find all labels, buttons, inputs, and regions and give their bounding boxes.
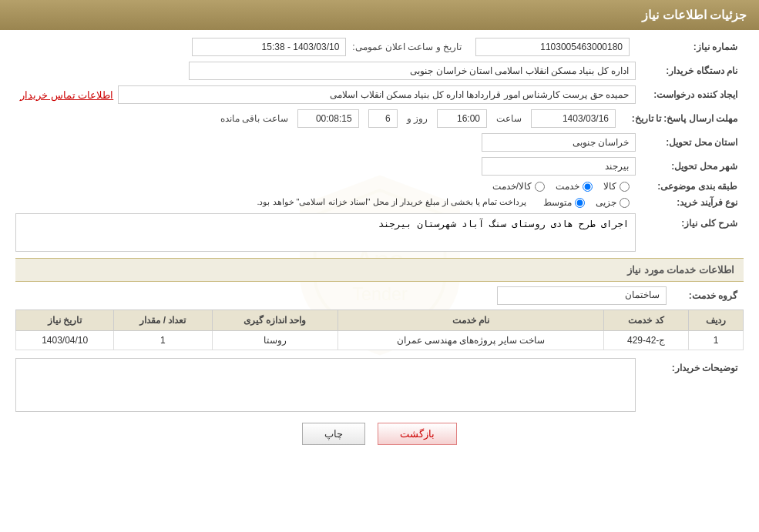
city-label: شهر محل تحویل:	[636, 161, 744, 172]
creator-label: ایجاد کننده درخواست:	[636, 89, 744, 100]
province-row: استان محل تحویل: خراسان جنوبی	[15, 133, 744, 152]
col-qty: تعداد / مقدار	[114, 310, 212, 331]
description-label: شرح کلی نیاز:	[636, 213, 744, 229]
services-section-title: اطلاعات خدمات مورد نیاز	[15, 258, 744, 282]
services-table: ردیف کد خدمت نام خدمت واحد اندازه گیری ت…	[15, 309, 744, 350]
buyer-notes-label: توضیحات خریدار:	[636, 358, 744, 373]
province-label: استان محل تحویل:	[636, 137, 744, 148]
buyer-notes-input[interactable]	[15, 358, 636, 412]
cell-unit: روستا	[212, 331, 338, 350]
deadline-row: مهلت ارسال پاسخ: تا تاریخ: 1403/03/16 سا…	[15, 109, 744, 128]
category-option-kala[interactable]: کالا	[603, 181, 630, 192]
cell-date: 1403/04/10	[16, 331, 114, 350]
process-note: پرداخت تمام یا بخشی از مبلغ خریدار از مح…	[15, 197, 526, 207]
announcement-label: تاریخ و ساعت اعلان عمومی:	[352, 42, 469, 52]
cell-qty: 1	[114, 331, 212, 350]
col-service-code: کد خدمت	[604, 310, 689, 331]
table-header-row: ردیف کد خدمت نام خدمت واحد اندازه گیری ت…	[16, 310, 744, 331]
table-row: 1 ج-42-429 ساخت سایر پروژه‌های مهندسی عم…	[16, 331, 744, 350]
process-option-jozii[interactable]: جزیی	[596, 197, 630, 208]
need-number-value: 1103005463000180	[475, 38, 630, 56]
city-value: بیرجند	[482, 157, 636, 176]
deadline-day: 6	[368, 109, 398, 128]
deadline-date: 1403/03/16	[531, 109, 616, 128]
description-input[interactable]	[15, 213, 636, 252]
deadline-time-label: ساعت	[492, 113, 526, 124]
announcement-value: 1403/03/10 - 15:38	[192, 38, 346, 56]
buyer-org-value: اداره کل بنیاد مسکن انقلاب اسلامی استان …	[189, 62, 636, 80]
col-unit: واحد اندازه گیری	[212, 310, 338, 331]
process-row: نوع فرآیند خرید: جزیی متوسط پرداخت تمام …	[15, 197, 744, 208]
deadline-hms-label: ساعت باقی مانده	[216, 113, 293, 124]
process-options: جزیی متوسط	[543, 197, 630, 208]
creator-value: حمیده حق پرست کارشناس امور قراردادها ادا…	[118, 85, 636, 104]
col-date: تاریخ نیاز	[16, 310, 114, 331]
buyer-notes-row: توضیحات خریدار:	[15, 358, 744, 412]
need-number-row: شماره نیاز: 1103005463000180 تاریخ و ساع…	[15, 38, 744, 56]
deadline-hms: 00:08:15	[297, 109, 359, 128]
deadline-label: مهلت ارسال پاسخ: تا تاریخ:	[620, 113, 744, 124]
page-header: جزئیات اطلاعات نیاز	[0, 0, 759, 30]
category-option-khedmat[interactable]: خدمت	[556, 181, 593, 192]
service-group-label: گروه خدمت:	[667, 290, 744, 301]
deadline-time: 16:00	[437, 109, 487, 128]
city-row: شهر محل تحویل: بیرجند	[15, 157, 744, 176]
category-label: طبقه بندی موضوعی:	[636, 181, 744, 192]
service-group-row: گروه خدمت: ساختمان	[15, 286, 744, 305]
page-title: جزئیات اطلاعات نیاز	[12, 8, 747, 22]
creator-row: ایجاد کننده درخواست: حمیده حق پرست کارشن…	[15, 85, 744, 104]
col-service-name: نام خدمت	[338, 310, 604, 331]
description-area: شرح کلی نیاز:	[15, 213, 744, 252]
category-row: طبقه بندی موضوعی: کالا خدمت کالا/خدمت	[15, 181, 744, 192]
process-option-motavasset[interactable]: متوسط	[543, 197, 585, 208]
deadline-day-label: روز و	[402, 113, 432, 124]
buyer-org-row: نام دستگاه خریدار: اداره کل بنیاد مسکن ا…	[15, 62, 744, 80]
category-options: کالا خدمت کالا/خدمت	[492, 181, 630, 192]
buyer-org-label: نام دستگاه خریدار:	[636, 65, 744, 76]
buttons-row: بازگشت چاپ	[15, 423, 744, 445]
category-option-both[interactable]: کالا/خدمت	[492, 181, 545, 192]
service-group-value: ساختمان	[497, 286, 667, 305]
contact-link[interactable]: اطلاعات تماس خریدار	[15, 89, 118, 101]
cell-row-num: 1	[688, 331, 743, 350]
cell-service-code: ج-42-429	[604, 331, 689, 350]
back-button[interactable]: بازگشت	[378, 423, 457, 445]
print-button[interactable]: چاپ	[302, 423, 365, 445]
col-row-num: ردیف	[688, 310, 743, 331]
province-value: خراسان جنوبی	[482, 133, 636, 152]
cell-service-name: ساخت سایر پروژه‌های مهندسی عمران	[338, 331, 604, 350]
process-label: نوع فرآیند خرید:	[636, 197, 744, 208]
need-number-label: شماره نیاز:	[636, 42, 744, 52]
